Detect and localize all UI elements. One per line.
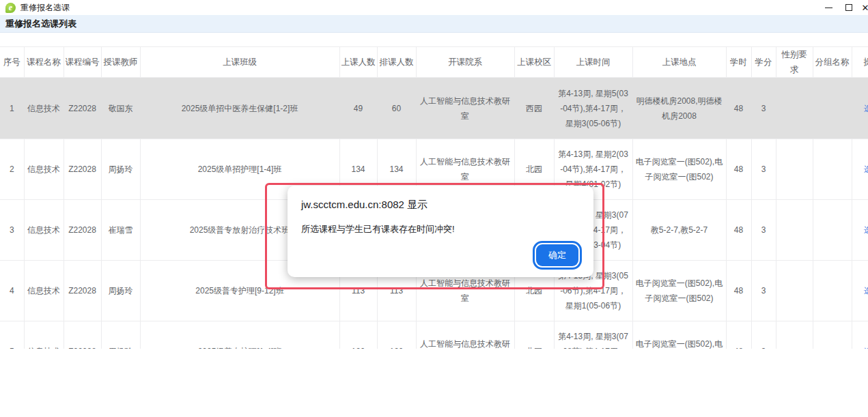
cell-campus: 北园 — [514, 321, 554, 349]
cell-campus: 西园 — [514, 78, 554, 139]
cell-hours: 48 — [726, 321, 751, 349]
cell-group_name — [813, 78, 852, 139]
select-course-link[interactable]: 选定 — [864, 164, 868, 174]
cell-course_code: Z22028 — [64, 78, 101, 139]
cell-action: 选定 — [852, 200, 868, 261]
column-header-12: 学分 — [751, 47, 776, 78]
maximize-icon — [845, 4, 852, 11]
cell-course_code: Z22028 — [64, 139, 101, 200]
table-row[interactable]: 1信息技术Z22028敬国东2025级单招中医养生保健[1-2]班4960人工智… — [0, 78, 868, 139]
maximize-button[interactable] — [839, 0, 859, 15]
column-header-9: 上课时间 — [554, 47, 632, 78]
column-header-7: 开课院系 — [416, 47, 514, 78]
browser-app-icon: e — [5, 3, 16, 13]
cell-gender_req — [776, 200, 813, 261]
cell-course_name: 信息技术 — [24, 78, 64, 139]
cell-gender_req — [776, 321, 813, 349]
table-row[interactable]: 5信息技术Z22028周扬玲2025级普专护理[1-4]班120120人工智能与… — [0, 321, 868, 349]
page-title: 重修报名选课列表 — [5, 18, 76, 30]
cell-course_name: 信息技术 — [24, 139, 64, 200]
cell-course_code: Z22028 — [64, 261, 101, 321]
cell-credits: 3 — [751, 261, 776, 321]
column-header-3: 授课教师 — [101, 47, 140, 78]
cell-group_name — [813, 261, 852, 321]
cell-time: 第4-13周, 星期5(03-04节),第4-17周，星期3(05-06节) — [554, 78, 632, 139]
cell-hours: 48 — [726, 78, 751, 139]
column-header-5: 上课人数 — [339, 47, 377, 78]
cell-student_count: 49 — [339, 78, 377, 139]
cell-group_name — [813, 321, 852, 349]
column-header-4: 上课班级 — [140, 47, 339, 78]
cell-seq: 5 — [0, 321, 24, 349]
column-header-14: 分组名称 — [813, 47, 852, 78]
window-title: 重修报名选课 — [20, 2, 70, 14]
cell-course_name: 信息技术 — [24, 261, 64, 321]
cell-location: 电子阅览室一(图502),电子阅览室一(图502) — [632, 321, 726, 349]
cell-hours: 48 — [726, 139, 751, 200]
select-course-link[interactable]: 选定 — [864, 225, 868, 235]
cell-credits: 3 — [751, 321, 776, 349]
cell-action: 选定 — [852, 261, 868, 321]
cell-location: 电子阅览室一(图502),电子阅览室一(图502) — [632, 261, 726, 321]
cell-seq: 1 — [0, 78, 24, 139]
cell-action: 选定 — [852, 321, 868, 349]
cell-gender_req — [776, 78, 813, 139]
ok-button[interactable]: 确定 — [536, 244, 578, 266]
cell-hours: 48 — [726, 200, 751, 261]
ok-button-focus-ring: 确定 — [533, 241, 582, 270]
minimize-icon — [825, 8, 832, 8]
cell-group_name — [813, 139, 852, 200]
cell-course_code: Z22028 — [64, 200, 101, 261]
cell-action: 选定 — [852, 78, 868, 139]
cell-location: 明德楼机房2008,明德楼机房2008 — [632, 78, 726, 139]
cell-credits: 3 — [751, 139, 776, 200]
cell-scheduled_count: 120 — [377, 321, 416, 349]
select-course-link[interactable]: 选定 — [864, 286, 868, 296]
column-header-8: 上课校区 — [514, 47, 554, 78]
column-header-15: 操作 — [852, 47, 868, 78]
cell-department: 人工智能与信息技术教研室 — [416, 78, 514, 139]
column-header-1: 课程名称 — [24, 47, 64, 78]
cell-location: 电子阅览室一(图502),电子阅览室一(图502) — [632, 139, 726, 200]
column-header-11: 学时 — [726, 47, 751, 78]
column-header-6: 排课人数 — [377, 47, 416, 78]
cell-seq: 2 — [0, 139, 24, 200]
minimize-button[interactable] — [818, 0, 839, 15]
cell-teacher: 敬国东 — [101, 78, 140, 139]
alert-dialog-message: 所选课程与学生已有课表存在时间冲突! — [301, 223, 580, 235]
cell-group_name — [813, 200, 852, 261]
column-header-10: 上课地点 — [632, 47, 726, 78]
select-course-link[interactable]: 选定 — [864, 104, 868, 113]
cell-credits: 3 — [751, 200, 776, 261]
cell-class_name: 2025级单招中医养生保健[1-2]班 — [140, 78, 339, 139]
cell-class_name: 2025级普专护理[1-4]班 — [140, 321, 339, 349]
cell-teacher: 崔瑞雪 — [101, 200, 140, 261]
cell-course_name: 信息技术 — [24, 200, 64, 261]
window-controls: ✕ — [818, 0, 868, 15]
cell-teacher: 周扬玲 — [101, 139, 140, 200]
window-titlebar: e 重修报名选课 ✕ — [0, 0, 868, 15]
cell-course_name: 信息技术 — [24, 321, 64, 349]
cell-gender_req — [776, 139, 813, 200]
cell-hours: 48 — [726, 261, 751, 321]
cell-credits: 3 — [751, 78, 776, 139]
column-header-0: 序号 — [0, 47, 24, 78]
cell-location: 教5-2-7,教5-2-7 — [632, 200, 726, 261]
close-button[interactable]: ✕ — [859, 0, 868, 15]
cell-time: 第4-13周, 星期3(07-08节),第4-17周，星期1(03-04节) — [554, 321, 632, 349]
alert-dialog-title: jw.scctcm.edu.cn:8082 显示 — [301, 199, 580, 212]
cell-seq: 4 — [0, 261, 24, 321]
cell-scheduled_count: 60 — [377, 78, 416, 139]
cell-gender_req — [776, 261, 813, 321]
cell-teacher: 周扬玲 — [101, 261, 140, 321]
cell-teacher: 周扬玲 — [101, 321, 140, 349]
cell-student_count: 120 — [339, 321, 377, 349]
page-header-bar: 重修报名选课列表 — [0, 15, 868, 33]
alert-dialog: jw.scctcm.edu.cn:8082 显示 所选课程与学生已有课表存在时间… — [288, 186, 593, 277]
cell-seq: 3 — [0, 200, 24, 261]
cell-course_code: Z22028 — [64, 321, 101, 349]
select-course-link[interactable]: 选定 — [864, 347, 868, 349]
cell-action: 选定 — [852, 139, 868, 200]
column-header-13: 性别要求 — [776, 47, 813, 78]
close-icon: ✕ — [862, 3, 868, 13]
